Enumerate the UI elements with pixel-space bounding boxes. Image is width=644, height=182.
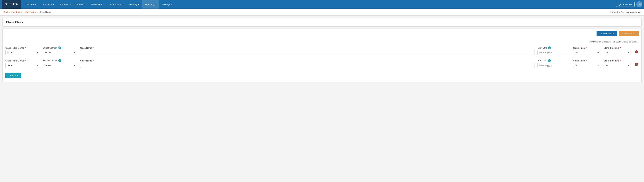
- nav-attendance[interactable]: Attendance: [108, 0, 126, 9]
- required-star: *: [620, 60, 621, 62]
- class-name-label-2: Class Name *: [80, 60, 535, 62]
- clone-timetable-label-1: Clone Timetable *: [604, 47, 631, 49]
- breadcrumb-back[interactable]: Back: [4, 11, 8, 13]
- chevron-down-icon: [84, 4, 86, 5]
- breadcrumb-class-index[interactable]: Class Index: [24, 11, 36, 13]
- clone-tutors-label-1: Clone Tutors *: [573, 47, 601, 49]
- form-row-2: Class To Be Cloned * Select Select Campu…: [5, 59, 639, 68]
- toolbar-row: Clone Classes Back to Index: [2, 28, 642, 39]
- start-date-group-2: Start Date ?: [538, 59, 570, 68]
- clone-tutors-select-1[interactable]: No Yes: [573, 50, 601, 55]
- nav-marking[interactable]: Marking: [126, 0, 142, 9]
- campus-select-1[interactable]: Select: [43, 50, 78, 55]
- form-row-1: Class To Be Cloned * Select Select Campu…: [5, 46, 639, 55]
- clone-tutors-select-2[interactable]: No Yes: [573, 63, 601, 68]
- form-area: Class To Be Cloned * Select Select Campu…: [2, 43, 642, 82]
- navbar-right: Quick Access LM: [616, 1, 642, 7]
- breadcrumb-dashboard[interactable]: Dashboard: [11, 11, 22, 13]
- nav-intakes[interactable]: Intakes: [74, 0, 88, 9]
- campus-label-2: Select Campus ?: [43, 59, 78, 62]
- campus-select-2[interactable]: Select: [43, 63, 78, 68]
- clone-tutors-group-2: Clone Tutors * No Yes: [573, 60, 601, 68]
- required-star: *: [620, 47, 621, 49]
- note-row: Newly cloned classes will be set as 'Act…: [2, 39, 642, 43]
- start-date-input-1[interactable]: [538, 50, 570, 55]
- user-avatar[interactable]: LM: [636, 1, 642, 7]
- nav-curriculum[interactable]: Curriculum: [39, 0, 57, 9]
- clone-tutors-label-2: Clone Tutors *: [573, 60, 601, 62]
- chevron-down-icon: [122, 4, 124, 5]
- clone-timetable-select-1[interactable]: No Yes: [604, 50, 631, 55]
- start-date-help-icon-2[interactable]: ?: [548, 59, 551, 62]
- required-star: *: [586, 60, 587, 62]
- breadcrumb-current: Clone Class: [39, 11, 51, 13]
- quick-access-button[interactable]: Quick Access: [616, 2, 635, 7]
- svg-rect-7: [636, 63, 637, 63]
- class-name-input-1[interactable]: [80, 50, 535, 55]
- required-star: *: [93, 60, 94, 62]
- nav-dashboard[interactable]: Dashboard: [22, 0, 38, 9]
- back-to-index-button[interactable]: Back to Index: [619, 31, 639, 36]
- class-name-group-2: Class Name *: [80, 60, 535, 68]
- campus-help-icon-1[interactable]: ?: [58, 46, 61, 49]
- class-to-clone-label-1: Class To Be Cloned *: [5, 47, 40, 49]
- clone-tutors-group-1: Clone Tutors * No Yes: [573, 47, 601, 55]
- campus-group-2: Select Campus ? Select: [43, 59, 78, 68]
- class-to-clone-select-2[interactable]: Select: [5, 63, 40, 68]
- svg-rect-4: [636, 51, 637, 53]
- class-to-clone-group-1: Class To Be Cloned * Select: [5, 47, 40, 55]
- chevron-down-icon: [171, 4, 172, 5]
- breadcrumb-sep: ›: [9, 11, 10, 13]
- clone-classes-button[interactable]: Clone Classes: [596, 31, 617, 36]
- chevron-down-icon: [138, 4, 139, 5]
- svg-rect-0: [635, 51, 638, 53]
- breadcrumb-sep3: ›: [37, 11, 38, 13]
- required-star: *: [25, 47, 26, 49]
- class-to-clone-label-2: Class To Be Cloned *: [5, 60, 40, 62]
- navbar: SEBDATA Dashboard Curriculum Students In…: [0, 0, 644, 9]
- class-to-clone-group-2: Class To Be Cloned * Select: [5, 60, 40, 68]
- chevron-down-icon: [70, 4, 71, 5]
- campus-help-icon-2[interactable]: ?: [58, 59, 61, 62]
- required-star: *: [586, 47, 587, 49]
- svg-rect-5: [635, 64, 638, 66]
- svg-rect-1: [635, 51, 638, 51]
- clone-timetable-group-1: Clone Timetable * No Yes: [604, 47, 631, 55]
- add-item-button[interactable]: Add item: [5, 73, 21, 78]
- breadcrumb: Back › Dashboard › Class Index › Clone C…: [4, 11, 51, 13]
- breadcrumb-sep2: ›: [23, 11, 24, 13]
- chevron-down-icon: [155, 4, 157, 5]
- start-date-label-1: Start Date ?: [538, 46, 570, 49]
- class-name-label-1: Class Name *: [80, 47, 535, 49]
- class-name-input-2[interactable]: [80, 63, 535, 68]
- nav-reporting[interactable]: Reporting: [142, 0, 159, 9]
- nav-students[interactable]: Students: [57, 0, 73, 9]
- main-card: Clone Classes Back to Index Newly cloned…: [2, 28, 642, 82]
- start-date-input-2[interactable]: [538, 63, 570, 68]
- logged-in-status: Logged In As: Lisa Macdonald: [610, 11, 640, 13]
- nav-items: Dashboard Curriculum Students Intakes En…: [22, 0, 616, 9]
- nav-enrolments[interactable]: Enrolments: [88, 0, 107, 9]
- svg-rect-8: [636, 64, 636, 65]
- start-date-label-2: Start Date ?: [538, 59, 570, 62]
- breadcrumb-bar: Back › Dashboard › Class Index › Clone C…: [0, 9, 644, 15]
- svg-rect-9: [636, 64, 637, 65]
- required-star: *: [93, 47, 94, 49]
- svg-rect-6: [635, 63, 638, 64]
- delete-row-button-2[interactable]: [634, 62, 639, 68]
- svg-rect-3: [636, 51, 636, 53]
- chevron-down-icon: [103, 4, 104, 5]
- clone-timetable-select-2[interactable]: No Yes: [604, 63, 631, 68]
- start-date-group-1: Start Date ?: [538, 46, 570, 55]
- clone-timetable-label-2: Clone Timetable *: [604, 60, 631, 62]
- svg-rect-2: [636, 50, 637, 51]
- brand-logo: SEBDATA: [2, 0, 21, 9]
- start-date-help-icon-1[interactable]: ?: [548, 46, 551, 49]
- delete-row-button-1[interactable]: [634, 49, 639, 55]
- campus-group-1: Select Campus ? Select: [43, 46, 78, 55]
- class-name-group-1: Class Name *: [80, 47, 535, 55]
- nav-settings[interactable]: Settings: [160, 0, 175, 9]
- note-text: Newly cloned classes will be set as 'Act…: [589, 41, 639, 43]
- class-to-clone-select-1[interactable]: Select: [5, 50, 40, 55]
- clone-timetable-group-2: Clone Timetable * No Yes: [604, 60, 631, 68]
